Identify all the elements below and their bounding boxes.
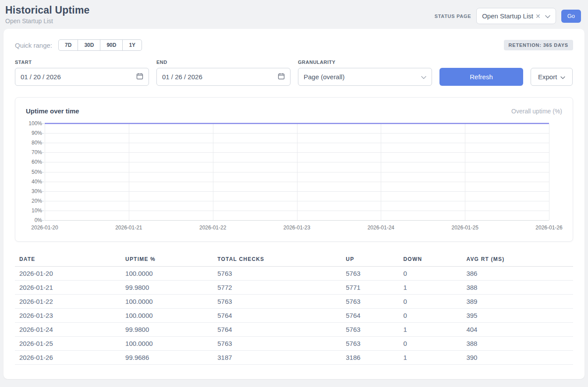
- table-cell: 2026-01-22: [15, 295, 121, 309]
- calendar-icon[interactable]: [136, 73, 143, 81]
- table-cell: 3186: [341, 351, 399, 365]
- status-page-label: STATUS PAGE: [435, 14, 471, 19]
- table-cell: 99.9800: [121, 323, 213, 337]
- y-axis-tick: [42, 201, 44, 201]
- y-axis-tick: [42, 191, 44, 192]
- table-cell: 395: [462, 309, 573, 323]
- refresh-button[interactable]: Refresh: [439, 68, 523, 86]
- table-column-header: UPTIME %: [121, 252, 213, 267]
- main-panel: Quick range: 7D30D90D1Y RETENTION: 365 D…: [4, 29, 584, 379]
- header-controls: STATUS PAGE Open Startup List ✕ Go: [435, 8, 581, 24]
- table-cell: 3187: [213, 351, 341, 365]
- page-subtitle: Open Startup List: [5, 18, 90, 25]
- table-cell: 0: [399, 267, 462, 281]
- start-date-input[interactable]: 01 / 20 / 2026: [15, 68, 149, 86]
- filter-fields-row: START 01 / 20 / 2026 END 01 / 26 / 2026 …: [15, 60, 573, 86]
- table-cell: 99.9800: [121, 281, 213, 295]
- table-column-header: UP: [341, 252, 399, 267]
- x-axis-label: 2026-01-20: [31, 225, 58, 231]
- table-cell: 100.0000: [121, 309, 213, 323]
- table-cell: 5763: [341, 267, 399, 281]
- table-row: 2026-01-22100.0000576357630389: [15, 295, 573, 309]
- end-date-input[interactable]: 01 / 26 / 2026: [156, 68, 290, 86]
- quick-range-1y[interactable]: 1Y: [122, 39, 142, 51]
- table-row: 2026-01-2199.9800577257711388: [15, 281, 573, 295]
- y-axis-label: 20%: [24, 198, 42, 204]
- table-column-header: TOTAL CHECKS: [213, 252, 341, 267]
- table-cell: 2026-01-21: [15, 281, 121, 295]
- table-cell: 5763: [341, 323, 399, 337]
- table-cell: 389: [462, 295, 573, 309]
- table-cell: 0: [399, 295, 462, 309]
- table-column-header: DOWN: [399, 252, 462, 267]
- v-gridline: [549, 123, 549, 220]
- x-axis-label: 2026-01-25: [451, 225, 478, 231]
- quick-range-30d[interactable]: 30D: [78, 39, 100, 51]
- x-axis-label: 2026-01-21: [115, 225, 142, 231]
- table-cell: 5764: [213, 309, 341, 323]
- table-row: 2026-01-2699.9686318731861390: [15, 351, 573, 365]
- start-date-group: START 01 / 20 / 2026: [15, 60, 149, 86]
- table-cell: 390: [462, 351, 573, 365]
- x-axis-label: 2026-01-22: [199, 225, 226, 231]
- table-cell: 5764: [341, 309, 399, 323]
- clear-selection-icon[interactable]: ✕: [535, 13, 541, 20]
- table-cell: 2026-01-25: [15, 337, 121, 351]
- table-cell: 100.0000: [121, 267, 213, 281]
- y-axis-label: 100%: [24, 120, 42, 127]
- quick-range-label: Quick range:: [15, 42, 52, 49]
- table-column-header: AVG RT (MS): [462, 252, 573, 267]
- y-axis-tick: [42, 172, 44, 172]
- table-cell: 5763: [341, 295, 399, 309]
- table-row: 2026-01-20100.0000576357630386: [15, 267, 573, 281]
- quick-range-7d[interactable]: 7D: [58, 39, 78, 51]
- table-cell: 5763: [341, 337, 399, 351]
- top-header: Historical Uptime Open Startup List STAT…: [0, 0, 588, 29]
- y-axis-label: 0%: [24, 217, 42, 223]
- y-axis-tick: [42, 220, 44, 221]
- status-page-value: Open Startup List: [482, 12, 533, 20]
- table-cell: 1: [399, 281, 462, 295]
- chart-area: 100%90%80%70%60%50%40%30%20%10%0%2026-01…: [45, 123, 562, 234]
- y-axis-tick: [42, 152, 44, 153]
- table-cell: 388: [462, 337, 573, 351]
- chevron-down-icon: [560, 73, 565, 81]
- y-axis-label: 40%: [24, 179, 42, 185]
- status-page-select[interactable]: Open Startup List ✕: [476, 8, 556, 24]
- go-button[interactable]: Go: [561, 10, 581, 23]
- table-cell: 2026-01-20: [15, 267, 121, 281]
- uptime-line-series: [45, 123, 549, 220]
- export-label: Export: [538, 73, 557, 81]
- table-cell: 1: [399, 323, 462, 337]
- y-axis-tick: [42, 162, 44, 162]
- table-row: 2026-01-2499.9800576457631404: [15, 323, 573, 337]
- table-cell: 99.9686: [121, 351, 213, 365]
- quick-range-90d[interactable]: 90D: [100, 39, 123, 51]
- y-axis-tick: [42, 133, 44, 134]
- calendar-icon[interactable]: [278, 73, 285, 81]
- y-axis-label: 30%: [24, 188, 42, 194]
- table-row: 2026-01-25100.0000576357630388: [15, 337, 573, 351]
- end-date-group: END 01 / 26 / 2026: [156, 60, 290, 86]
- table-cell: 2026-01-23: [15, 309, 121, 323]
- chart-legend: Overall uptime (%): [511, 108, 562, 115]
- end-label: END: [156, 60, 290, 65]
- h-gridline: [45, 220, 549, 221]
- uptime-table: DATEUPTIME %TOTAL CHECKSUPDOWNAVG RT (MS…: [15, 252, 573, 365]
- granularity-value: Page (overall): [304, 73, 344, 81]
- quick-range-row: Quick range: 7D30D90D1Y RETENTION: 365 D…: [15, 39, 573, 51]
- quick-range-group: 7D30D90D1Y: [58, 39, 142, 51]
- title-block: Historical Uptime Open Startup List: [5, 4, 90, 25]
- chevron-down-icon: [545, 12, 550, 20]
- export-button[interactable]: Export: [531, 68, 573, 86]
- table-row: 2026-01-23100.0000576457640395: [15, 309, 573, 323]
- granularity-select[interactable]: Page (overall): [298, 68, 432, 86]
- y-axis-label: 50%: [24, 169, 42, 175]
- end-date-value: 01 / 26 / 2026: [162, 73, 202, 81]
- y-axis-label: 70%: [24, 149, 42, 155]
- granularity-label: GRANULARITY: [298, 60, 432, 65]
- table-cell: 5763: [213, 267, 341, 281]
- y-axis-label: 80%: [24, 140, 42, 146]
- table-cell: 5771: [341, 281, 399, 295]
- chart-title: Uptime over time: [26, 107, 79, 115]
